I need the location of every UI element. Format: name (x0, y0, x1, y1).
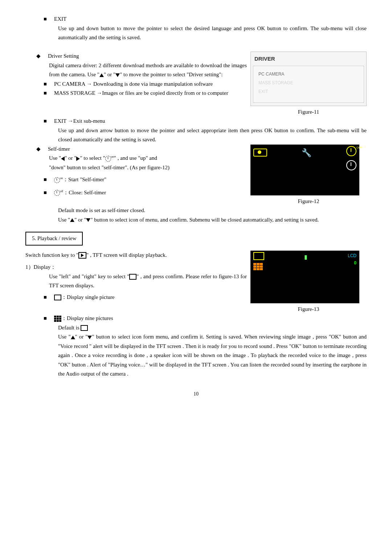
selftimer-start-bullet: ■ on：Start "Self-timer" (44, 175, 247, 185)
mass-storage-bullet: ■ MASS STORAGE →Images or files are be c… (44, 89, 247, 98)
close-selftimer-text: ：Close: Self-timer (63, 190, 106, 195)
driver-item-pc-camera: PC CAMERA (257, 70, 360, 78)
driver-heading: Driver Setting (48, 52, 79, 61)
square-bullet-icon: ■ (44, 15, 47, 24)
battery-icon: ▮ (304, 252, 307, 262)
exit-title: EXIT (54, 15, 66, 24)
single-picture-icon (54, 295, 61, 300)
figure-11-caption: Figure-11 (250, 108, 367, 117)
up-arrow-icon (71, 336, 75, 339)
wrench-icon: 🔧 (302, 146, 311, 159)
pc-camera-bullet: ■ PC CAMERA → Downloading is done via im… (44, 80, 247, 89)
driver-heading-row: ◆ Driver Setting (36, 52, 247, 61)
mass-storage-text: MASS STORAGE →Images or files are be cop… (54, 89, 228, 98)
section-5-title: 5. Playback / review (32, 235, 76, 241)
driver-item-mass-storage: MASS STORAGE (257, 78, 360, 87)
square-bullet-icon: ■ (44, 188, 47, 198)
driver-intro: Digital camera driver: 2 different downl… (49, 61, 247, 80)
down-arrow-icon (87, 336, 92, 339)
up-arrow-icon (99, 73, 104, 77)
down-arrow-icon (115, 73, 120, 77)
camera-mode-icon (253, 149, 267, 157)
selftimer-heading-row: ◆ Self-timer (36, 145, 247, 154)
nine-picture-text: ：Display nine pictures (61, 315, 113, 321)
selftimer-screen-figure: 🔧 OFF (250, 145, 359, 195)
single-picture-icon (81, 325, 88, 331)
square-bullet-icon: ■ (44, 314, 47, 323)
driver-menu-figure: DRIVER PC CAMERA MASS STORAGE EXIT (250, 52, 367, 106)
selftimer-close-bullet: ■ off：Close: Self-timer (44, 188, 247, 198)
exit-body: Use up and down button to move the point… (58, 24, 367, 42)
up-arrow-icon (70, 218, 74, 222)
selftimer-second-line: "down" button to select "self-timer". (A… (49, 163, 247, 173)
playback-mode-icon (78, 252, 86, 259)
down-arrow-icon (86, 218, 90, 222)
timer-off-yellow-icon (346, 146, 356, 156)
lcd-indicator: LCD 0 (348, 252, 356, 267)
timer-white-icon (346, 160, 356, 170)
exit-sub-bullet: ■ EXIT →Exit sub-menu (44, 117, 367, 126)
nine-pic-orange-icon (253, 263, 264, 270)
square-bullet-icon: ■ (44, 175, 47, 185)
driver-item-exit: EXIT (257, 87, 360, 96)
start-selftimer-text: ：Start "Self-timer" (63, 177, 106, 182)
single-picture-bullet: ■ ：Display single picture (44, 293, 247, 302)
selftimer-use2: Use "" or "" button to select icon of me… (58, 215, 367, 225)
playback-use-paragraph: Use "" or "" button to select icon form … (58, 332, 367, 379)
exit-bullet: ■ EXIT (44, 15, 367, 24)
pc-camera-text: PC CAMERA → Downloading is done via imag… (54, 80, 213, 89)
display-heading: 1）Display： (25, 263, 247, 272)
page-number: 10 (25, 390, 367, 398)
nine-picture-icon (54, 316, 61, 322)
square-bullet-icon: ■ (44, 293, 47, 302)
square-bullet-icon: ■ (44, 80, 47, 89)
diamond-bullet-icon: ◆ (36, 145, 41, 154)
single-picture-text: ：Display single picture (61, 294, 115, 300)
timer-on-icon (54, 177, 60, 183)
left-arrow-icon (61, 157, 65, 161)
single-picture-icon (129, 274, 136, 280)
driver-finish: Use up and down arrow button to move the… (58, 126, 367, 145)
selftimer-use-line: Use "" or "" to select "on" , and use "u… (49, 154, 247, 163)
square-bullet-icon: ■ (44, 117, 47, 126)
playback-screen-figure: ▮ LCD 0 (250, 251, 359, 303)
single-pic-yellow-icon (253, 252, 264, 260)
playback-default-line: Default is (58, 323, 367, 333)
display-body: Use "left" and "right" key to select "" … (49, 272, 247, 291)
figure-13-caption: Figure-13 (250, 305, 367, 314)
timer-off-icon (54, 190, 60, 196)
selftimer-default: Default mode is set as self-timer closed… (58, 206, 367, 215)
square-bullet-icon: ■ (44, 89, 47, 98)
timer-icon (105, 156, 111, 162)
diamond-bullet-icon: ◆ (36, 52, 41, 61)
selftimer-heading: Self-timer (48, 145, 70, 154)
nine-picture-bullet: ■ ：Display nine pictures (44, 314, 367, 323)
right-arrow-icon (76, 157, 80, 161)
exit-sub-text: EXIT →Exit sub-menu (54, 117, 105, 126)
figure-12-caption: Figure-12 (250, 197, 367, 206)
driver-box-header: DRIVER (251, 53, 366, 66)
playback-switch-line: Switch function key to "" , TFT screen w… (25, 251, 247, 260)
section-5-title-box: 5. Playback / review (25, 232, 83, 246)
